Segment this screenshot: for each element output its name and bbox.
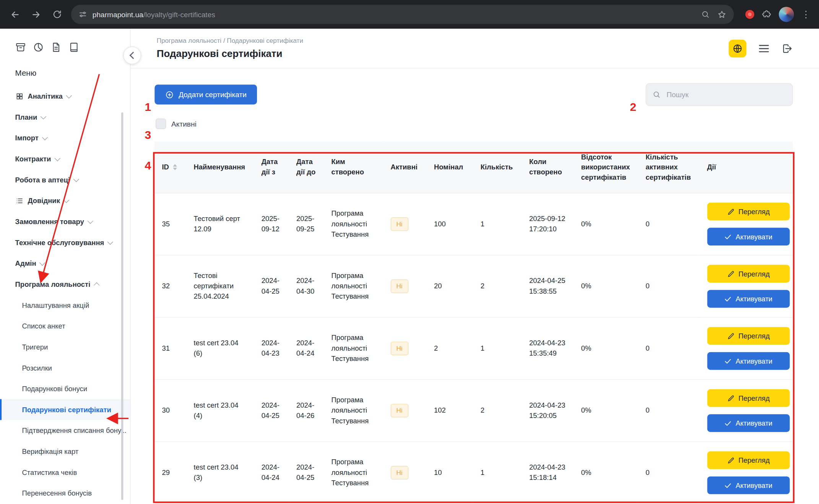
- archive-icon[interactable]: [15, 41, 26, 53]
- activate-button[interactable]: Активувати: [707, 228, 790, 245]
- main-content: Програма лояльності / Подарункові сертиф…: [131, 29, 819, 504]
- cell-used-percent: 0%: [574, 193, 639, 255]
- cell-created-at: 2024-04-23 15:20:05: [522, 379, 574, 442]
- chevron-down-icon: [73, 176, 79, 182]
- cell-name: test cert 23.04 (6): [186, 317, 254, 380]
- search-lens-icon[interactable]: [701, 10, 710, 19]
- sidebar-item-maintenance[interactable]: Технічне обслуговування: [0, 232, 130, 253]
- cell-id: 31: [154, 317, 186, 380]
- cell-name: test cert 23.04 (4): [186, 379, 254, 442]
- sidebar-subitem-mailings[interactable]: Розсилки: [0, 357, 130, 378]
- logout-icon[interactable]: [782, 42, 793, 54]
- activate-button[interactable]: Активувати: [707, 290, 790, 307]
- view-button[interactable]: Перегляд: [707, 389, 790, 407]
- check-icon: [724, 233, 732, 241]
- sort-icon[interactable]: [172, 164, 177, 170]
- language-globe-button[interactable]: [729, 39, 746, 57]
- sidebar-subitem-bonus-writeoff-confirmation[interactable]: Підтвердження списання бону...: [0, 420, 130, 441]
- activate-button[interactable]: Активувати: [707, 414, 790, 432]
- chevron-down-icon: [41, 113, 46, 119]
- profile-avatar[interactable]: [779, 7, 794, 22]
- chevron-down-icon: [87, 218, 93, 223]
- table-row: 31 test cert 23.04 (6) 2024-04-23 2024-0…: [154, 317, 793, 380]
- sidebar-collapse-button[interactable]: [123, 47, 141, 64]
- site-settings-icon[interactable]: [78, 10, 87, 19]
- cell-quantity: 2: [473, 379, 522, 442]
- pie-chart-icon[interactable]: [32, 41, 44, 53]
- back-icon[interactable]: [5, 5, 25, 24]
- sidebar-subitem-triggers[interactable]: Тригери: [0, 337, 130, 358]
- breadcrumb[interactable]: Програма лояльності / Подарункові сертиф…: [157, 37, 303, 44]
- adblock-extension-icon[interactable]: [745, 10, 754, 19]
- sidebar-item-loyalty-program[interactable]: Програма лояльності: [0, 274, 130, 295]
- globe-icon: [732, 43, 743, 54]
- cell-actions: Перегляд Активувати: [700, 379, 793, 442]
- activate-button[interactable]: Активувати: [707, 352, 790, 370]
- check-icon: [724, 295, 732, 302]
- cell-active-count: 0: [638, 379, 700, 442]
- cell-actions: Перегляд Активувати: [700, 442, 793, 504]
- cell-date-from: 2024-04-24: [254, 442, 289, 504]
- sidebar-subitem-gift-certificates[interactable]: Подарункові сертифікати: [0, 399, 130, 420]
- cell-actions: Перегляд Активувати: [700, 255, 793, 317]
- sidebar-subitem-promo-settings[interactable]: Налаштування акцій: [0, 294, 130, 315]
- sidebar-item-analytics[interactable]: Аналітика: [0, 86, 130, 107]
- check-icon: [724, 419, 732, 427]
- sidebar-subitem-gift-bonuses[interactable]: Подарункові бонуси: [0, 378, 130, 399]
- view-button[interactable]: Перегляд: [707, 203, 790, 220]
- book-icon[interactable]: [68, 41, 80, 53]
- sidebar-item-admin[interactable]: Адмін: [0, 253, 130, 274]
- sidebar-subitem-questionnaires[interactable]: Список анкет: [0, 315, 130, 337]
- reload-icon[interactable]: [47, 5, 67, 24]
- chevron-down-icon: [107, 239, 113, 244]
- column-header-active: Активні: [383, 141, 426, 193]
- chevron-down-icon: [63, 197, 69, 203]
- hamburger-menu-icon[interactable]: [757, 42, 771, 54]
- search-input[interactable]: [665, 90, 786, 99]
- url-bar[interactable]: pharmapoint.ua/loyalty/gift-certificates: [71, 5, 734, 24]
- sidebar-item-goods-order[interactable]: Замовлення товару: [0, 211, 130, 232]
- sidebar-item-pharmacy-work[interactable]: Робота в аптеці: [0, 169, 130, 190]
- add-certificates-button[interactable]: Додати сертифікати: [154, 85, 257, 104]
- list-icon: [15, 197, 24, 205]
- sidebar-subitem-card-verification[interactable]: Верифікація карт: [0, 441, 130, 462]
- view-button[interactable]: Перегляд: [707, 265, 790, 283]
- pencil-icon: [727, 270, 734, 278]
- cell-quantity: 1: [473, 317, 522, 380]
- sidebar-item-directory[interactable]: Довідник: [0, 190, 130, 211]
- sidebar-scrollbar[interactable]: [121, 112, 123, 500]
- sidebar-item-contracts[interactable]: Контракти: [0, 148, 130, 169]
- sidebar-subitem-receipt-statistics[interactable]: Статистика чеків: [0, 462, 130, 483]
- url-text: pharmapoint.ua/loyalty/gift-certificates: [93, 10, 215, 19]
- view-button[interactable]: Перегляд: [707, 327, 790, 345]
- cell-nominal: 2: [427, 317, 473, 380]
- column-header-date-from: Дата дії з: [254, 141, 289, 193]
- cell-date-to: 2024-04-24: [289, 317, 324, 380]
- cell-active: Ні: [383, 193, 426, 255]
- grid-icon: [15, 92, 24, 100]
- document-icon[interactable]: [50, 41, 62, 53]
- cell-active-count: 0: [638, 442, 700, 504]
- cell-created-at: 2024-04-25 15:38:55: [522, 255, 574, 317]
- bookmark-star-icon[interactable]: [717, 10, 727, 19]
- sidebar-item-import[interactable]: Імпорт: [0, 127, 130, 148]
- cell-date-from: 2025-09-12: [254, 193, 289, 255]
- sidebar-subitem-bonus-transfer[interactable]: Перенесення бонусів: [0, 483, 130, 504]
- cell-date-to: 2024-04-25: [289, 442, 324, 504]
- active-filter-checkbox[interactable]: [156, 119, 166, 129]
- table-row: 30 test cert 23.04 (4) 2024-04-25 2024-0…: [154, 379, 793, 442]
- table-row: 32 Тестові сертифікати 25.04.2024 2024-0…: [154, 255, 793, 317]
- cell-actions: Перегляд Активувати: [700, 193, 793, 255]
- extensions-puzzle-icon[interactable]: [762, 10, 772, 20]
- activate-button[interactable]: Активувати: [707, 476, 790, 494]
- pencil-icon: [727, 332, 734, 340]
- chevron-down-icon: [39, 260, 45, 265]
- forward-icon[interactable]: [26, 5, 46, 24]
- sidebar-item-plans[interactable]: Плани: [0, 107, 130, 128]
- cell-active: Ні: [383, 255, 426, 317]
- cell-used-percent: 0%: [574, 317, 639, 380]
- browser-menu-icon[interactable]: ⋮: [801, 10, 811, 19]
- cell-date-from: 2024-04-25: [254, 379, 289, 442]
- view-button[interactable]: Перегляд: [707, 451, 790, 469]
- column-header-id[interactable]: ID: [154, 141, 186, 193]
